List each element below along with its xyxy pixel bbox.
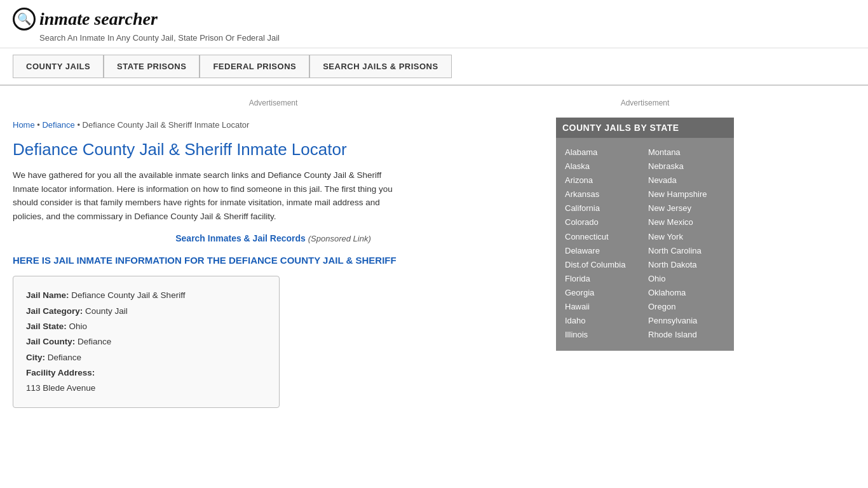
states-right-col: Montana Nebraska Nevada New Hampshire Ne… [648,146,725,342]
main-content: Advertisement Home • Defiance • Defiance… [0,86,546,421]
state-nebraska[interactable]: Nebraska [648,159,725,173]
sponsored-label: (Sponsored Link) [308,234,371,243]
state-arkansas[interactable]: Arkansas [565,187,642,201]
logo-text: inmate searcher [39,9,158,29]
search-link[interactable]: Search Inmates & Jail Records [175,233,306,243]
top-ad: Advertisement [13,92,534,114]
state-connecticut[interactable]: Connecticut [565,230,642,244]
state-ohio[interactable]: Ohio [648,272,725,286]
breadcrumb-current: Defiance County Jail & Sheriff Inmate Lo… [83,120,250,130]
breadcrumb-sep2: • [75,120,83,130]
header: 🔍 inmate searcher Search An Inmate In An… [0,0,868,48]
sidebar-title: COUNTY JAILS BY STATE [556,118,734,138]
tagline: Search An Inmate In Any County Jail, Sta… [39,33,855,43]
field-label-city: City: [26,353,48,362]
breadcrumb-home[interactable]: Home [13,120,35,130]
state-nevada[interactable]: Nevada [648,173,725,187]
field-city: City: Defiance [26,350,266,365]
sidebar: Advertisement COUNTY JAILS BY STATE Alab… [546,86,743,421]
field-jail-name: Jail Name: Defiance County Jail & Sherif… [26,288,266,303]
states-left-col: Alabama Alaska Arizona Arkansas Californ… [565,146,642,342]
field-value-city: Defiance [48,353,81,362]
state-oklahoma[interactable]: Oklahoma [648,286,725,300]
state-illinois[interactable]: Illinois [565,328,642,342]
state-colorado[interactable]: Colorado [565,215,642,229]
field-address: Facility Address: [26,365,266,381]
main-layout: Advertisement Home • Defiance • Defiance… [0,86,868,421]
state-dc[interactable]: Dist.of Columbia [565,258,642,272]
state-new-mexico[interactable]: New Mexico [648,215,725,229]
state-new-hampshire[interactable]: New Hampshire [648,187,725,201]
field-value-jail-category: County Jail [85,306,128,316]
logo-icon: 🔍 [13,8,36,30]
info-card: Jail Name: Defiance County Jail & Sherif… [13,276,280,408]
sidebar-ad: Advertisement [556,92,734,118]
field-label-address: Facility Address: [26,368,95,377]
breadcrumb: Home • Defiance • Defiance County Jail &… [13,120,534,130]
state-pennsylvania[interactable]: Pennsylvania [648,314,725,328]
states-grid: Alabama Alaska Arizona Arkansas Californ… [565,146,725,342]
field-jail-category: Jail Category: County Jail [26,304,266,319]
state-rhode-island[interactable]: Rhode Island [648,328,725,342]
state-california[interactable]: California [565,201,642,215]
breadcrumb-sep1: • [35,120,43,130]
state-florida[interactable]: Florida [565,272,642,286]
nav-county-jails[interactable]: COUNTY JAILS [13,55,104,78]
field-value-address: 113 Blede Avenue [26,383,95,393]
field-value-jail-county: Defiance [78,337,111,346]
county-jails-by-state: COUNTY JAILS BY STATE Alabama Alaska Ari… [556,118,734,351]
nav-search-jails[interactable]: SEARCH JAILS & PRISONS [309,55,451,78]
section-heading: HERE IS JAIL INMATE INFORMATION FOR THE … [13,254,534,267]
logo-area: 🔍 inmate searcher [13,8,855,30]
field-label-jail-state: Jail State: [26,322,69,331]
field-jail-county: Jail County: Defiance [26,334,266,349]
page-title: Defiance County Jail & Sheriff Inmate Lo… [13,140,534,159]
state-oregon[interactable]: Oregon [648,300,725,314]
field-value-jail-name: Defiance County Jail & Sheriff [71,290,185,300]
nav-state-prisons[interactable]: STATE PRISONS [104,55,200,78]
state-new-york[interactable]: New York [648,230,725,244]
state-new-jersey[interactable]: New Jersey [648,201,725,215]
state-north-dakota[interactable]: North Dakota [648,258,725,272]
field-address-value: 113 Blede Avenue [26,381,266,396]
state-alaska[interactable]: Alaska [565,159,642,173]
field-label-jail-category: Jail Category: [26,306,85,316]
breadcrumb-defiance[interactable]: Defiance [42,120,74,130]
field-label-jail-county: Jail County: [26,337,78,346]
state-alabama[interactable]: Alabama [565,146,642,159]
field-label-jail-name: Jail Name: [26,290,71,300]
field-jail-state: Jail State: Ohio [26,319,266,334]
state-arizona[interactable]: Arizona [565,173,642,187]
state-delaware[interactable]: Delaware [565,244,642,258]
search-link-area: Search Inmates & Jail Records (Sponsored… [13,233,534,243]
field-value-jail-state: Ohio [69,322,88,331]
state-north-carolina[interactable]: North Carolina [648,244,725,258]
state-georgia[interactable]: Georgia [565,286,642,300]
body-text: We have gathered for you all the availab… [13,168,394,223]
state-idaho[interactable]: Idaho [565,314,642,328]
nav-federal-prisons[interactable]: FEDERAL PRISONS [200,55,309,78]
state-hawaii[interactable]: Hawaii [565,300,642,314]
state-montana[interactable]: Montana [648,146,725,159]
navigation: COUNTY JAILS STATE PRISONS FEDERAL PRISO… [0,48,868,86]
